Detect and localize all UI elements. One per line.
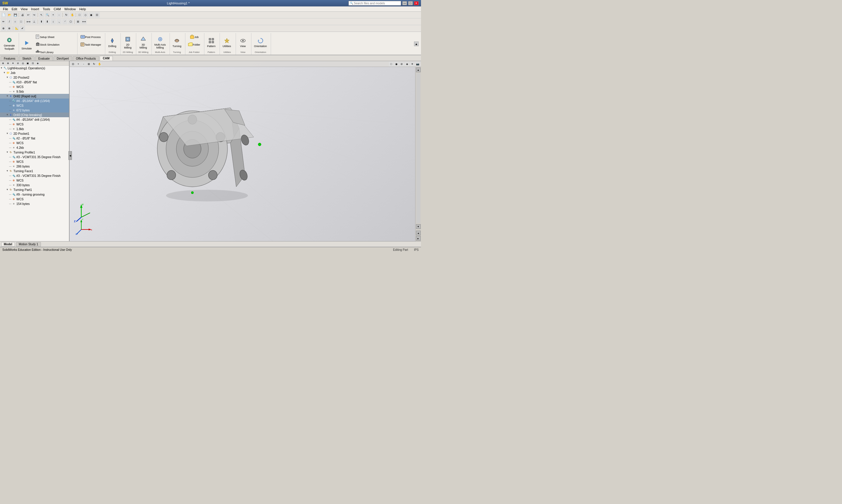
tb-dim[interactable]: ⟷ [26,19,31,24]
tb-view-iso[interactable]: ◇ [83,12,88,18]
tree-size-5[interactable]: — ≡ 286 bytes [0,164,69,169]
tab-sketch[interactable]: Sketch [19,56,35,61]
tree-wcs-6[interactable]: — ⊕ WCS [0,178,69,183]
pattern-button[interactable]: Pattern [205,36,217,49]
tree-wcs-3[interactable]: — ⊕ WCS [0,122,69,127]
tree-wcs-4[interactable]: — ⊕ WCS [0,141,69,145]
tb-cut[interactable]: ⬇ [45,19,50,24]
post-process-button[interactable]: Post Process [79,34,102,41]
tree-drill2[interactable]: ▼ ⬇ Drill2 [Rapid out] [0,94,69,98]
tb-select[interactable]: ↖ [39,12,44,18]
3d-milling-button[interactable]: 3DMilling [138,35,149,50]
utilities-button[interactable]: Utilities [221,36,233,49]
close-button[interactable]: ✕ [414,1,419,5]
scroll-down[interactable]: ▼ [416,224,421,229]
tb-open[interactable]: 📂 [7,12,12,18]
tb-triad[interactable]: ⊗ [7,26,12,31]
tab-model[interactable]: Model [1,242,15,247]
tb-redo[interactable]: ↪ [32,12,37,18]
vp-rotate[interactable]: ↻ [92,62,96,66]
tree-tool-2[interactable]: — 🔩 #2 - Ø1/8" flat [0,136,69,141]
vp-cam-view[interactable]: 📷 [415,62,420,66]
menu-file[interactable]: File [1,7,10,12]
vp-appear[interactable]: ◈ [405,62,409,66]
vp-pan[interactable]: ✋ [97,62,102,66]
tb-pattern2[interactable]: ⊞ [75,19,81,24]
tb-chamfer[interactable]: ◜ [62,19,68,24]
tb-view-shade[interactable]: ◉ [89,12,94,18]
tb-zoom-fit[interactable]: 🔍 [45,12,50,18]
tree-tb-1[interactable]: ⊕ [1,61,5,66]
tree-tb-7[interactable]: ⊡ [31,61,35,66]
tree-size-2[interactable]: — ≡ 672 bytes [0,108,69,112]
vp-zoom-in[interactable]: + [76,62,81,66]
vp-zoom-box[interactable]: ⊞ [87,62,91,66]
tree-job[interactable]: ▼ 📁 Job [0,70,69,75]
menu-tools[interactable]: Tools [41,7,52,12]
drilling-button[interactable]: Drilling [106,36,118,49]
tree-tb-6[interactable]: ▣ [26,61,30,66]
tab-evaluate[interactable]: Evaluate [35,56,53,61]
tb-mirror[interactable]: ⟺ [81,19,87,24]
folder-button[interactable]: Folder [186,41,202,48]
tree-size-4[interactable]: — ≡ 4.2kb [0,145,69,150]
tree-tb-3[interactable]: ✦ [11,61,15,66]
menu-help[interactable]: Help [77,7,88,12]
job-button[interactable]: Job [188,34,200,41]
ribbon-collapse-icon[interactable]: ▲ [414,41,419,46]
collapse-btn-2[interactable]: ▶ [416,236,421,240]
tree-tb-2[interactable]: ⊗ [6,61,10,66]
tree-tool-9[interactable]: — 🔩 #9 - turning grooving [0,192,69,197]
restore-button[interactable]: □ [408,1,413,5]
view-button[interactable]: View [237,36,249,49]
tb-fillet[interactable]: ◟ [56,19,62,24]
tree-wcs-5[interactable]: — ⊕ WCS [0,159,69,164]
vp-scene[interactable]: ☀ [410,62,415,66]
tb-line[interactable]: / [7,19,12,24]
menu-view[interactable]: View [19,7,30,12]
tree-tool-4a[interactable]: — 🔩 #4 - Ø13/64" drill (13/64) [0,98,69,103]
scroll-up[interactable]: ▲ [416,68,421,72]
tree-pocket2[interactable]: ▼ ⬡ 2D Pocket2 [0,75,69,80]
viewport-scrollbar[interactable]: ▲ ▼ ◀ ▶ [415,67,421,241]
tree-tool-3a[interactable]: — 🔩 #3 - VCMT331 35 Degree Finish [0,155,69,159]
panel-collapse-button[interactable]: ◀ [68,151,72,160]
vp-display-mode[interactable]: ◉ [394,62,399,66]
ribbon-collapse[interactable]: ▲ [413,33,420,55]
tree-turning-face1[interactable]: ▼ ↻ Turning Face1 [0,169,69,173]
scroll-track[interactable] [417,73,420,223]
tool-library-button[interactable]: Tool Library [34,49,61,55]
tb-meas[interactable]: 📐 [14,26,19,31]
generate-toolpath-button[interactable]: GenerateToolpath [2,36,16,51]
tb-check[interactable]: ✔ [20,26,25,31]
tree-tb-8[interactable]: ◈ [36,61,40,66]
setup-sheet-button[interactable]: Setup Sheet [34,34,61,41]
tb-snap[interactable]: ⊕ [1,26,6,31]
search-input[interactable] [354,2,398,5]
vp-section[interactable]: ⊘ [399,62,404,66]
tb-view-front[interactable]: □ [77,12,82,18]
tree-wcs-7[interactable]: — ⊕ WCS [0,197,69,201]
orientation-button[interactable]: Orientation [253,36,268,49]
tree-drill3[interactable]: ▼ ⬇ Drill3 [Chip breaking] [0,112,69,117]
tab-office[interactable]: Office Products [73,56,99,61]
tb-rotate[interactable]: ↻ [64,12,69,18]
tree-wcs-1[interactable]: — ⊕ WCS [0,85,69,89]
tree-tool-10[interactable]: — 🔩 #10 - Ø5/8" flat [0,80,69,85]
tb-rev[interactable]: ↕ [51,19,56,24]
tb-print[interactable]: 🖨 [20,12,25,18]
tb-zoom-in[interactable]: + [51,12,56,18]
tb-zoom-out[interactable]: - [56,12,62,18]
tb-save[interactable]: 💾 [13,12,18,18]
menu-cam[interactable]: CAM [52,7,62,12]
tree-size-7[interactable]: — ≡ 154 bytes [0,201,69,206]
turning-button[interactable]: Turning [171,36,183,49]
stock-simulation-button[interactable]: Stock Simulation [34,41,61,48]
tree-size-1[interactable]: — ≡ 9.5kb [0,89,69,94]
tree-size-3[interactable]: — ≡ 1.8kb [0,127,69,131]
tree-tool-3b[interactable]: — 🔩 #3 - VCMT331 35 Degree Finish [0,173,69,178]
task-manager-button[interactable]: Task Manager [79,41,103,48]
tb-new[interactable]: 📄 [1,12,6,18]
tb-rel[interactable]: ⊥ [32,19,37,24]
tree-pocket1[interactable]: ▼ ⬡ 2D Pocket1 [0,131,69,136]
